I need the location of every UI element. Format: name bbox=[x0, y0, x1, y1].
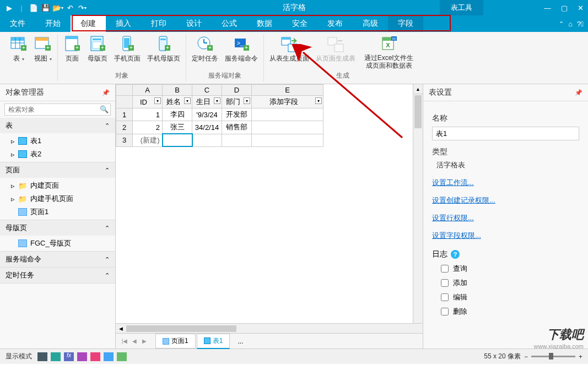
open-icon[interactable]: 📂▾ bbox=[53, 3, 63, 13]
field-add[interactable]: 添加字段▾ bbox=[252, 96, 323, 108]
selected-cell[interactable] bbox=[163, 134, 192, 146]
save-icon[interactable]: 💾 bbox=[41, 3, 51, 13]
ribbon-view-button[interactable]: + 视图 ▾ bbox=[32, 34, 54, 64]
ribbon-mobile-page-button[interactable]: + 手机页面 bbox=[112, 34, 143, 64]
ribbon-gen-from-excel-button[interactable]: XH 通过Excel文件生成页面和数据表 bbox=[360, 34, 418, 71]
checkbox-add[interactable]: 添加 bbox=[441, 278, 579, 288]
maximize-icon[interactable]: ▢ bbox=[561, 4, 568, 12]
sheet-tab-page1[interactable]: 页面1 bbox=[155, 334, 196, 348]
dropdown-icon[interactable]: ▾ bbox=[315, 97, 322, 104]
dropdown-icon[interactable]: ▾ bbox=[154, 97, 161, 104]
redo-icon[interactable]: ↷▾ bbox=[77, 3, 87, 13]
tree-item-fgc-master[interactable]: ▹FGC_母版页 bbox=[0, 237, 115, 250]
dropdown-icon[interactable]: ▾ bbox=[184, 97, 191, 104]
data-grid[interactable]: A B C D E ID▾ 姓名▾ 生日▾ 部门▾ 添加字段▾ 1 1 bbox=[116, 84, 323, 147]
ribbon-server-cmd-button[interactable]: >_+ 服务端命令 bbox=[223, 34, 260, 64]
ribbon-master-button[interactable]: + 母版页 bbox=[85, 34, 110, 64]
pin-icon[interactable]: 📌 bbox=[575, 89, 582, 96]
menu-file[interactable]: 文件 bbox=[0, 15, 35, 32]
table-row-new[interactable]: 3 (新建) bbox=[116, 134, 323, 146]
field-id[interactable]: ID▾ bbox=[133, 96, 163, 108]
menu-home[interactable]: 开始 bbox=[35, 15, 71, 32]
col-C[interactable]: C bbox=[192, 85, 222, 96]
tree-masters-header[interactable]: 母版页⌃ bbox=[0, 220, 115, 236]
new-doc-icon[interactable]: 📄 bbox=[29, 3, 39, 13]
search-input[interactable] bbox=[4, 103, 111, 116]
tree-tasks-header[interactable]: 定时任务⌃ bbox=[0, 268, 115, 283]
status-icon[interactable] bbox=[104, 352, 114, 361]
ribbon-gen-from-table-button[interactable]: 从表生成页面 bbox=[267, 34, 311, 64]
dropdown-icon[interactable]: ▾ bbox=[214, 97, 220, 104]
menu-field[interactable]: 字段 bbox=[388, 15, 423, 32]
zoom-in-icon[interactable]: + bbox=[579, 353, 582, 361]
col-E[interactable]: E bbox=[252, 85, 323, 96]
status-icon[interactable] bbox=[51, 352, 61, 361]
menu-print[interactable]: 打印 bbox=[141, 15, 176, 32]
checkbox-delete[interactable]: 删除 bbox=[441, 307, 579, 317]
checkbox-edit[interactable]: 编辑 bbox=[441, 292, 579, 302]
tree-item-builtin-pages[interactable]: ▹📁内建页面 bbox=[0, 179, 115, 192]
col-A[interactable]: A bbox=[133, 85, 163, 96]
zoom-out-icon[interactable]: − bbox=[524, 353, 528, 361]
home-nav-icon[interactable]: ⌂ bbox=[568, 20, 573, 28]
status-icon[interactable] bbox=[37, 352, 47, 361]
menu-design[interactable]: 设计 bbox=[176, 15, 212, 32]
status-icon[interactable] bbox=[117, 352, 127, 361]
dropdown-icon[interactable]: ▾ bbox=[244, 97, 250, 104]
menu-data[interactable]: 数据 bbox=[247, 15, 282, 32]
scrollbar-vertical[interactable]: ▲ bbox=[413, 84, 423, 323]
menu-insert[interactable]: 插入 bbox=[106, 15, 141, 32]
menu-security[interactable]: 安全 bbox=[282, 15, 317, 32]
col-D[interactable]: D bbox=[222, 85, 252, 96]
field-dept[interactable]: 部门▾ bbox=[222, 96, 252, 108]
tree-pages-header[interactable]: 页面⌃ bbox=[0, 162, 115, 178]
link-workflow[interactable]: 设置工作流... bbox=[432, 178, 579, 188]
undo-icon[interactable]: ↶ bbox=[65, 3, 75, 13]
col-B[interactable]: B bbox=[163, 85, 192, 96]
zoom-slider[interactable] bbox=[531, 356, 575, 357]
checkbox-query[interactable]: 查询 bbox=[441, 264, 579, 274]
sheet-nav-prev[interactable]: ◀ bbox=[130, 337, 139, 346]
field-name[interactable]: 姓名▾ bbox=[163, 96, 192, 108]
table-row[interactable]: 2 2 张三 34/2/14 销售部 bbox=[116, 121, 323, 134]
tool-tab[interactable]: 表工具 bbox=[440, 0, 483, 15]
menu-advanced[interactable]: 高级 bbox=[353, 15, 388, 32]
ribbon-mobile-master-button[interactable]: + 手机母版页 bbox=[145, 34, 182, 64]
pin-icon[interactable]: 📌 bbox=[102, 89, 110, 96]
status-icon[interactable] bbox=[77, 352, 87, 361]
table-row[interactable]: 1 1 李四 '9/3/24 开发部 bbox=[116, 108, 323, 121]
tree-server-cmds-header[interactable]: 服务端命令⌃ bbox=[0, 252, 115, 267]
tree-tables-header[interactable]: 表⌃ bbox=[0, 118, 115, 133]
menu-publish[interactable]: 发布 bbox=[317, 15, 353, 32]
menu-formula[interactable]: 公式 bbox=[212, 15, 247, 32]
tree-item-table2[interactable]: ▹表2 bbox=[0, 148, 115, 161]
tree-item-builtin-mobile[interactable]: ▹📁内建手机页面 bbox=[0, 192, 115, 205]
svg-text:+: + bbox=[208, 45, 212, 51]
ribbon-gen-from-page-button[interactable]: 从页面生成表 bbox=[314, 34, 358, 64]
field-birthday[interactable]: 生日▾ bbox=[192, 96, 222, 108]
ribbon-table-button[interactable]: + 表 ▾ bbox=[8, 34, 30, 64]
minimize-icon[interactable]: — bbox=[544, 4, 551, 12]
name-input[interactable] bbox=[432, 127, 579, 140]
sheet-tab-table1[interactable]: 表1 bbox=[197, 334, 230, 349]
scrollbar-horizontal[interactable]: ◀ bbox=[116, 323, 423, 333]
status-icon[interactable] bbox=[90, 352, 100, 361]
help-icon[interactable]: ?⃝ bbox=[577, 20, 584, 28]
close-icon[interactable]: ✕ bbox=[578, 4, 584, 12]
menu-create[interactable]: 创建 bbox=[71, 15, 106, 32]
link-field-perm[interactable]: 设置字段权限... bbox=[432, 231, 579, 241]
sheet-nav-next[interactable]: ▶ bbox=[140, 337, 149, 346]
status-icon[interactable]: fx bbox=[64, 352, 74, 361]
sheet-nav-first[interactable]: |◀ bbox=[120, 337, 129, 346]
chevron-up-icon[interactable]: ⌃ bbox=[559, 20, 564, 28]
ribbon-scheduled-task-button[interactable]: + 定时任务 bbox=[190, 34, 220, 64]
sheet-tab-more[interactable]: ... bbox=[231, 335, 250, 347]
search-icon[interactable]: 🔍 bbox=[100, 105, 109, 113]
play-icon[interactable]: ▶ bbox=[4, 3, 14, 13]
link-row-perm[interactable]: 设置行权限... bbox=[432, 213, 579, 223]
help-icon[interactable]: ? bbox=[451, 250, 460, 259]
tree-item-table1[interactable]: ▹表1 bbox=[0, 134, 115, 148]
link-create-perm[interactable]: 设置创建记录权限... bbox=[432, 195, 579, 205]
tree-item-page1[interactable]: ▹页面1 bbox=[0, 205, 115, 219]
ribbon-page-button[interactable]: + 页面 bbox=[61, 34, 83, 64]
